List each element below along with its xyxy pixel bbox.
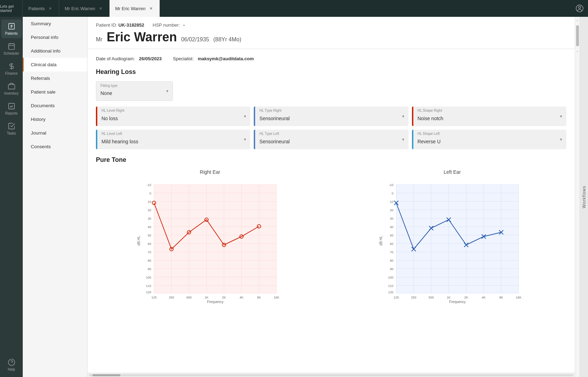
nav-scheduler[interactable]: Scheduler: [1, 40, 22, 58]
svg-text:60: 60: [148, 242, 151, 246]
hl-shape-right-value: Noise notch: [418, 116, 443, 121]
hl-type-right-chevron-icon: ▾: [402, 114, 404, 119]
sidebar-item-clinical-data[interactable]: Clinical data: [23, 58, 87, 71]
sidebar-item-additional-info[interactable]: Additional info: [23, 44, 87, 58]
svg-text:4K: 4K: [239, 296, 243, 299]
hl-type-right-dropdown[interactable]: HL Type Right Sensorineural ▾: [254, 107, 408, 126]
reports-icon: [8, 102, 15, 110]
nav-patients[interactable]: Patients: [1, 20, 22, 38]
hl-shape-left-value: Reverse U: [418, 139, 441, 144]
sidebar-item-history[interactable]: History: [23, 112, 87, 126]
tabs-area: Patients ✕ Mr Eric Warren ✕ Mr Eric Warr…: [23, 0, 571, 17]
hl-shape-right-dropdown[interactable]: HL Shape Right Noise notch ▾: [412, 107, 566, 126]
hl-type-left-dropdown[interactable]: HL Type Left Sensorineural ▾: [254, 130, 408, 149]
svg-text:80: 80: [148, 259, 151, 262]
hl-level-left-value: Mild hearing loss: [102, 139, 138, 144]
svg-rect-6: [154, 185, 276, 293]
user-menu[interactable]: [571, 0, 588, 17]
nav-reports-label: Reports: [5, 111, 18, 115]
hl-type-right-label: HL Type Right: [259, 109, 281, 112]
fitting-type-value: None: [100, 90, 112, 96]
patient-name: Eric Warren: [107, 30, 177, 44]
tab2-close[interactable]: ✕: [148, 6, 154, 11]
svg-text:16K: 16K: [274, 296, 279, 299]
hl-level-left-dropdown[interactable]: HL Level Left Mild hearing loss ▾: [96, 130, 250, 149]
hl-shape-left-dropdown[interactable]: HL Shape Left Reverse U ▾: [412, 130, 566, 149]
patient-id-label: Patient ID: UK-3182852: [96, 22, 144, 28]
nav-inventory[interactable]: Inventory: [1, 80, 22, 98]
right-ear-svg: -10 0 10 20 30 40 50 60 70 80 90: [96, 178, 324, 304]
svg-text:20: 20: [148, 208, 151, 212]
brand-tab[interactable]: Lets get started: [0, 0, 23, 17]
audiogram-meta: Date of Audiogram: 26/05/2023 Specialist…: [96, 56, 566, 61]
fitting-type-label: Fitting type: [100, 84, 118, 88]
svg-text:90: 90: [148, 267, 151, 271]
patient-dob: 06/02/1935: [181, 36, 209, 43]
pure-tone-title: Pure Tone: [96, 156, 566, 164]
right-scrollbar[interactable]: ‹ ›: [575, 17, 580, 377]
tab2-label: Mr Eric Warren: [115, 6, 146, 11]
sidebar-item-patient-sale[interactable]: Patient sale: [23, 85, 87, 99]
fitting-type-dropdown[interactable]: Fitting type None ▾: [96, 81, 173, 101]
workflows-label: Workflows: [582, 186, 587, 208]
patient-title: Mr: [96, 36, 103, 43]
patient-header: Patient ID: UK-3182852 HSP number: - Mr …: [88, 17, 575, 49]
scroll-up-arrow[interactable]: ‹: [575, 17, 580, 24]
sidebar-item-summary[interactable]: Summary: [23, 17, 87, 30]
svg-point-1: [579, 6, 581, 8]
svg-text:dB HL: dB HL: [379, 236, 383, 246]
hl-level-right-dropdown[interactable]: HL Level Right No loss ▾: [96, 107, 250, 126]
specialist-value: maksymk@auditdata.com: [198, 56, 254, 61]
patients-tab[interactable]: Patients ✕: [23, 0, 59, 17]
svg-text:-10: -10: [389, 183, 393, 187]
svg-text:90: 90: [390, 267, 393, 271]
scroll-thumb[interactable]: [576, 25, 579, 46]
hl-shape-right-chevron-icon: ▾: [560, 114, 562, 119]
right-ear-label: Right Ear: [96, 169, 324, 175]
top-bar: Lets get started Patients ✕ Mr Eric Warr…: [0, 0, 588, 17]
brand-label: Lets get started: [0, 4, 22, 13]
pure-tone-section: Pure Tone Right Ear: [96, 156, 566, 304]
sidebar-item-personal-info[interactable]: Personal info: [23, 30, 87, 44]
mr-eric-warren-tab1[interactable]: Mr Eric Warren ✕: [59, 0, 110, 17]
svg-text:80: 80: [390, 259, 393, 262]
workflows-tab[interactable]: Workflows: [580, 17, 588, 377]
patients-tab-close[interactable]: ✕: [48, 6, 53, 11]
scroll-track: [89, 374, 573, 376]
fitting-type-row: Fitting type None ▾: [96, 81, 566, 101]
nav-tasks[interactable]: Tasks: [1, 119, 22, 138]
scroll-knob[interactable]: [92, 374, 120, 376]
right-ear-chart-container: Right Ear: [96, 169, 324, 304]
svg-text:1K: 1K: [447, 296, 450, 299]
svg-text:0: 0: [392, 192, 393, 195]
svg-text:110: 110: [146, 284, 151, 288]
nav-tasks-label: Tasks: [7, 131, 16, 135]
right-ear-chart: -10 0 10 20 30 40 50 60 70 80 90: [96, 178, 324, 304]
hl-level-left-label: HL Level Left: [102, 132, 122, 136]
bottom-scrollbar[interactable]: [88, 373, 575, 377]
nav-inventory-label: Inventory: [4, 91, 19, 95]
hl-type-left-label: HL Type Left: [259, 132, 279, 136]
sidebar-item-journal[interactable]: Journal: [23, 126, 87, 140]
svg-text:70: 70: [390, 251, 393, 254]
sidebar-item-consents[interactable]: Consents: [23, 140, 87, 153]
tab1-close[interactable]: ✕: [98, 6, 104, 11]
mr-eric-warren-tab2[interactable]: Mr Eric Warren ✕: [110, 0, 160, 17]
svg-text:40: 40: [148, 225, 151, 229]
svg-text:Frequency: Frequency: [207, 300, 223, 304]
scroll-down-arrow[interactable]: ›: [575, 48, 580, 55]
sidebar-item-referrals[interactable]: Referrals: [23, 71, 87, 85]
help-icon: [8, 358, 15, 366]
nav-finance[interactable]: Finance: [1, 60, 22, 78]
audiogram-date-label: Date of Audiogram: 26/05/2023: [96, 56, 162, 61]
hl-type-right-value: Sensorineural: [259, 116, 289, 121]
sidebar-item-documents[interactable]: Documents: [23, 99, 87, 112]
patient-id-value: UK-3182852: [118, 22, 144, 28]
svg-text:20: 20: [390, 208, 393, 212]
nav-reports[interactable]: Reports: [1, 100, 22, 118]
nav-help[interactable]: Help: [1, 356, 22, 374]
svg-text:125: 125: [393, 296, 399, 299]
tasks-icon: [8, 122, 15, 130]
svg-text:60: 60: [390, 242, 393, 246]
svg-text:120: 120: [388, 290, 393, 294]
